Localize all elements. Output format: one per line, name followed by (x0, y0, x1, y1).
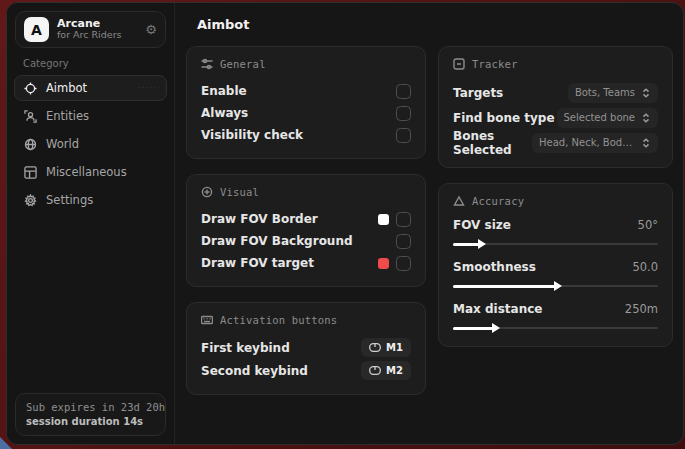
draw-fov-background-checkbox[interactable] (396, 234, 411, 249)
color-swatch-red[interactable] (378, 258, 389, 269)
mouse-icon (369, 343, 381, 352)
slider-group-smoothness: Smoothness 50.0 (453, 259, 658, 290)
sidebar-item-settings[interactable]: Settings (14, 187, 167, 213)
setting-label: Bones Selected (453, 129, 532, 157)
targets-dropdown[interactable]: Bots, Teams (568, 83, 658, 103)
setting-label: Draw FOV Background (201, 234, 353, 248)
panel-accuracy: Accuracy FOV size 50° (438, 183, 673, 347)
enable-checkbox[interactable] (396, 84, 411, 99)
setting-row-bones-selected: Bones Selected Head, Neck, Body, Fe... (453, 130, 658, 155)
second-keybind-button[interactable]: M2 (361, 361, 411, 380)
setting-label: Visibility check (201, 128, 303, 142)
sidebar-item-label: Entities (46, 109, 89, 123)
setting-label: Find bone type (453, 111, 555, 125)
slider-handle[interactable] (492, 323, 500, 333)
gear-icon (24, 194, 37, 207)
slider-group-max-distance: Max distance 250m (453, 301, 658, 332)
unfold-more-icon (641, 113, 651, 123)
panel-activation-buttons: Activation buttons First keybind M1 Seco… (186, 302, 426, 395)
find-bone-type-dropdown[interactable]: Selected bone (557, 108, 658, 128)
settings-gear-icon[interactable]: ⚙ (145, 22, 157, 37)
slider-fill (453, 285, 556, 288)
draw-fov-border-checkbox[interactable] (396, 212, 411, 227)
visibility-check-checkbox[interactable] (396, 128, 411, 143)
fov-size-slider[interactable] (453, 240, 658, 248)
category-label: Category (23, 58, 174, 69)
sidebar-item-world[interactable]: World (14, 131, 167, 157)
first-keybind-button[interactable]: M1 (361, 338, 411, 357)
bones-selected-dropdown[interactable]: Head, Neck, Body, Fe... (532, 133, 658, 153)
crosshair-icon (24, 82, 37, 95)
setting-label: Max distance (453, 302, 542, 316)
entities-icon (24, 110, 37, 123)
sliders-icon (201, 58, 213, 70)
setting-label: Targets (453, 86, 503, 100)
slider-handle[interactable] (478, 239, 486, 249)
app-logo: A (24, 17, 49, 42)
panel-title: Tracker (472, 58, 518, 70)
setting-label: Smoothness (453, 260, 536, 274)
always-checkbox[interactable] (396, 106, 411, 121)
setting-label: First keybind (201, 341, 290, 355)
box-select-icon (453, 58, 465, 70)
panel-general: General Enable Always Visibility check (186, 46, 426, 159)
app-subtitle: for Arc Riders (57, 30, 137, 41)
setting-label: Draw FOV target (201, 256, 314, 270)
globe-icon (24, 138, 37, 151)
setting-row-targets: Targets Bots, Teams (453, 80, 658, 105)
slider-value: 250m (625, 302, 658, 316)
panel-visual: Visual Draw FOV Border Draw FOV Backgrou… (186, 174, 426, 287)
panel-title: Accuracy (472, 195, 524, 207)
setting-row-first-keybind: First keybind M1 (201, 336, 411, 359)
sidebar-item-entities[interactable]: Entities (14, 103, 167, 129)
setting-row-draw-fov-border: Draw FOV Border (201, 208, 411, 230)
layout-icon (24, 166, 37, 179)
sidebar-nav: Aimbot ····· Entities World Miscellaneo (7, 75, 174, 213)
sidebar-item-label: Settings (46, 193, 93, 207)
keybind-value: M1 (386, 342, 403, 353)
mouse-icon (369, 366, 381, 375)
keyboard-icon (201, 314, 213, 326)
brand-text: Arcane for Arc Riders (57, 18, 137, 42)
dropdown-value: Head, Neck, Body, Fe... (539, 137, 635, 148)
sidebar: A Arcane for Arc Riders ⚙ Category Aimbo… (7, 3, 175, 444)
panel-tracker: Tracker Targets Bots, Teams Find bone ty… (438, 46, 673, 168)
color-swatch-white[interactable] (378, 214, 389, 225)
setting-row-draw-fov-background: Draw FOV Background (201, 230, 411, 252)
setting-row-draw-fov-target: Draw FOV target (201, 252, 411, 274)
setting-row-visibility-check: Visibility check (201, 124, 411, 146)
slider-group-fov-size: FOV size 50° (453, 217, 658, 248)
slider-handle[interactable] (554, 281, 562, 291)
sidebar-item-label: Miscellaneous (46, 165, 127, 179)
sidebar-item-aimbot[interactable]: Aimbot ····· (14, 75, 167, 101)
app-window: A Arcane for Arc Riders ⚙ Category Aimbo… (6, 2, 684, 445)
keybind-value: M2 (386, 365, 403, 376)
panel-title: Activation buttons (220, 314, 337, 326)
setting-row-second-keybind: Second keybind M2 (201, 359, 411, 382)
slider-fill (453, 243, 480, 246)
smoothness-slider[interactable] (453, 282, 658, 290)
session-duration-text: session duration 14s (26, 416, 155, 427)
draw-fov-target-checkbox[interactable] (396, 256, 411, 271)
max-distance-slider[interactable] (453, 324, 658, 332)
sidebar-item-miscellaneous[interactable]: Miscellaneous (14, 159, 167, 185)
fov-circle-icon (201, 186, 213, 198)
slider-fill (453, 327, 494, 330)
sub-expiry-text: Sub expires in 23d 20h (26, 401, 155, 413)
nav-hint-dots: ····· (138, 83, 157, 93)
slider-value: 50° (638, 218, 658, 232)
setting-label: Draw FOV Border (201, 212, 318, 226)
setting-label: Enable (201, 84, 247, 98)
panel-title: General (220, 58, 266, 70)
setting-label: Second keybind (201, 364, 308, 378)
setting-row-find-bone-type: Find bone type Selected bone (453, 105, 658, 130)
panel-title: Visual (220, 186, 259, 198)
slider-value: 50.0 (632, 260, 658, 274)
dropdown-value: Bots, Teams (575, 87, 635, 98)
setting-row-always: Always (201, 102, 411, 124)
main-content: Aimbot General Enable Always (175, 3, 683, 444)
subscription-card: Sub expires in 23d 20h session duration … (15, 393, 166, 436)
sidebar-item-label: World (46, 137, 79, 151)
brand-card: A Arcane for Arc Riders ⚙ (15, 11, 166, 48)
setting-label: FOV size (453, 218, 511, 232)
